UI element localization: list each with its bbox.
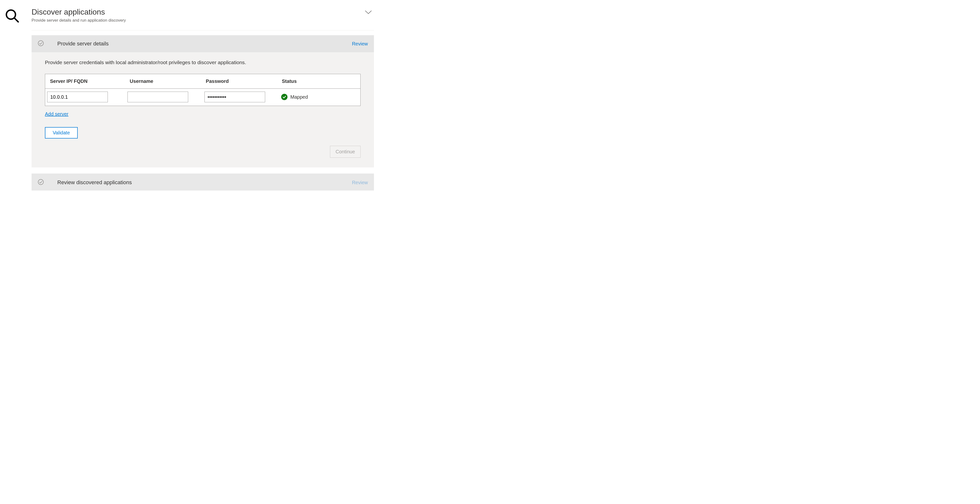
server-table-header: Server IP/ FQDN Username Password Status xyxy=(45,74,360,89)
username-input[interactable] xyxy=(127,92,188,102)
check-circle-icon xyxy=(38,179,44,186)
col-password: Password xyxy=(206,78,280,84)
col-username: Username xyxy=(130,78,203,84)
col-status: Status xyxy=(282,78,355,84)
status-cell: Mapped xyxy=(281,94,355,100)
validate-button[interactable]: Validate xyxy=(45,127,78,139)
section-header-server-details: Provide server details Review xyxy=(32,35,374,52)
search-icon xyxy=(5,20,19,24)
col-server: Server IP/ FQDN xyxy=(50,78,127,84)
chevron-down-icon xyxy=(364,11,373,15)
server-table: Server IP/ FQDN Username Password Status xyxy=(45,74,361,106)
section-title-server-details: Provide server details xyxy=(57,41,339,47)
section-title-review-discovered: Review discovered applications xyxy=(57,179,339,186)
page-subtitle: Provide server details and run applicati… xyxy=(32,18,126,23)
collapse-toggle[interactable] xyxy=(363,7,374,18)
server-ip-input[interactable] xyxy=(47,92,108,102)
review-link-discovered[interactable]: Review xyxy=(352,180,368,185)
success-check-icon xyxy=(281,94,288,100)
check-circle-icon xyxy=(38,40,44,47)
continue-button[interactable]: Continue xyxy=(330,146,361,158)
page-header: Discover applications Provide server det… xyxy=(32,7,374,30)
provide-server-details-section: Provide server details Review Provide se… xyxy=(32,35,374,167)
svg-point-3 xyxy=(38,180,43,185)
section-instruction: Provide server credentials with local ad… xyxy=(45,59,361,65)
svg-point-2 xyxy=(38,41,43,46)
password-input[interactable] xyxy=(204,92,265,102)
status-label: Mapped xyxy=(290,94,308,100)
server-table-row: Mapped xyxy=(45,89,360,106)
svg-line-1 xyxy=(14,18,18,22)
review-discovered-section: Review discovered applications Review xyxy=(32,174,374,190)
review-link-server-details[interactable]: Review xyxy=(352,41,368,47)
page-title: Discover applications xyxy=(32,7,126,16)
add-server-link[interactable]: Add server xyxy=(45,111,68,117)
